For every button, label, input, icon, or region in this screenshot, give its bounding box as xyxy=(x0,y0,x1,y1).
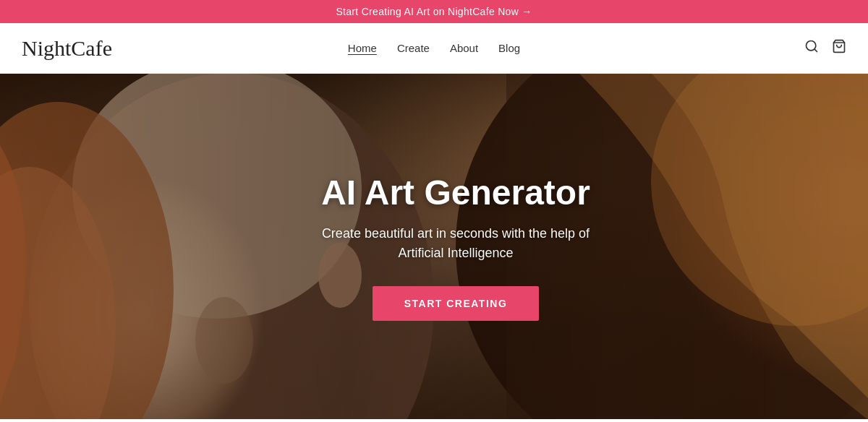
svg-line-1 xyxy=(814,49,817,52)
nav-item-home[interactable]: Home xyxy=(348,42,377,55)
navbar: NightCafe Home Create About Blog xyxy=(0,23,868,74)
hero-title: AI Art Generator xyxy=(318,173,593,212)
nav-link-create[interactable]: Create xyxy=(397,42,430,54)
hero-content: AI Art Generator Create beautiful art in… xyxy=(304,173,608,321)
search-icon[interactable] xyxy=(804,39,819,57)
announcement-bar[interactable]: Start Creating AI Art on NightCafe Now → xyxy=(0,0,868,23)
nav-item-create[interactable]: Create xyxy=(397,42,430,55)
nav-link-home[interactable]: Home xyxy=(348,42,377,54)
start-creating-button[interactable]: START CREATING xyxy=(373,286,540,321)
cart-icon[interactable] xyxy=(832,39,846,57)
nav-links: Home Create About Blog xyxy=(348,42,520,55)
nav-item-blog[interactable]: Blog xyxy=(498,42,520,55)
hero-section: AI Art Generator Create beautiful art in… xyxy=(0,74,868,419)
nav-link-about[interactable]: About xyxy=(450,42,478,54)
nav-item-about[interactable]: About xyxy=(450,42,478,55)
announcement-link[interactable]: Start Creating AI Art on NightCafe Now → xyxy=(336,6,532,17)
logo[interactable]: NightCafe xyxy=(22,36,112,61)
hero-subtitle: Create beautiful art in seconds with the… xyxy=(318,224,593,263)
nav-right xyxy=(804,39,846,57)
nav-link-blog[interactable]: Blog xyxy=(498,42,520,54)
